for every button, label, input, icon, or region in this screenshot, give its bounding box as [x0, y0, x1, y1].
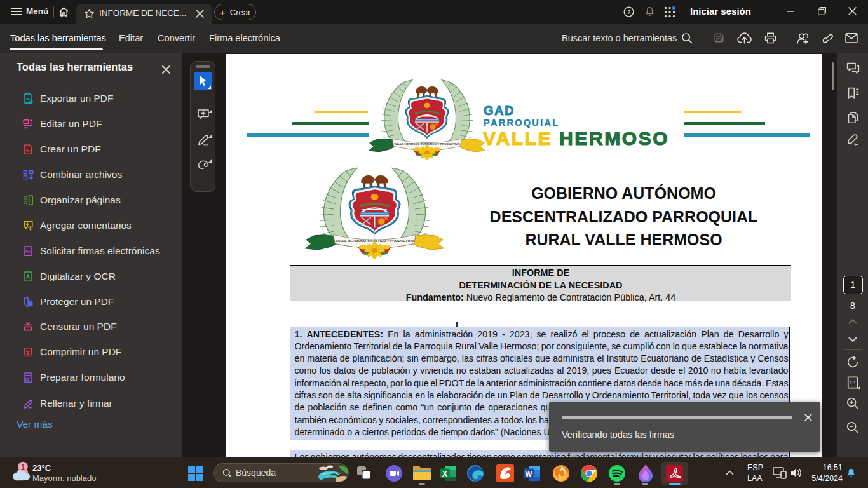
svg-text:1:1: 1:1 — [850, 380, 857, 386]
svg-text:X: X — [442, 470, 448, 478]
svg-text:?: ? — [627, 9, 630, 15]
svg-text:W: W — [526, 470, 532, 478]
svg-text:1: 1 — [21, 463, 25, 471]
